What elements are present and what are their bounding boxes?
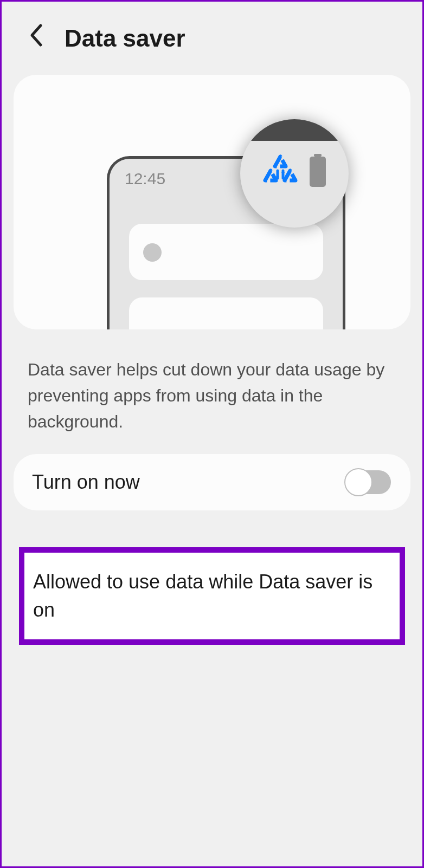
mock-dot <box>143 243 162 262</box>
mock-row <box>129 297 323 329</box>
toggle-label: Turn on now <box>32 471 140 494</box>
toggle-knob <box>344 468 372 496</box>
lens-bezel <box>240 119 349 141</box>
mock-time: 12:45 <box>125 170 165 188</box>
magnifier-lens <box>240 119 349 228</box>
turn-on-now-row[interactable]: Turn on now <box>14 454 410 510</box>
illustration-card: 12:45 <box>14 75 410 329</box>
description-text: Data saver helps cut down your data usag… <box>2 329 422 454</box>
back-icon[interactable] <box>29 23 43 53</box>
page-title: Data saver <box>65 25 185 52</box>
header: Data saver <box>2 2 422 69</box>
data-saver-triangle-icon <box>263 154 298 189</box>
allowed-apps-row[interactable]: Allowed to use data while Data saver is … <box>19 547 405 645</box>
allowed-apps-label: Allowed to use data while Data saver is … <box>33 568 389 624</box>
battery-icon <box>310 157 326 187</box>
toggle-switch[interactable] <box>345 470 391 494</box>
